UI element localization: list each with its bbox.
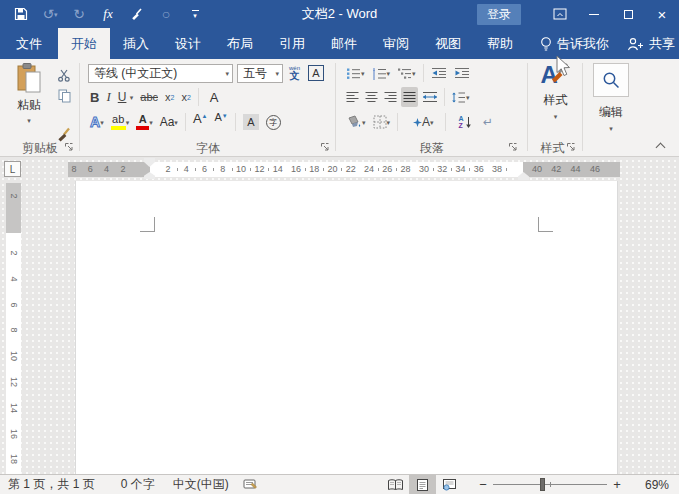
strikethrough-button[interactable]: abc xyxy=(138,87,160,107)
justify-button[interactable] xyxy=(401,87,418,107)
bullets-button[interactable]: ▾ xyxy=(344,63,367,83)
subscript-button[interactable]: x2 xyxy=(163,87,176,107)
dropdown-arrow-icon: ▾ xyxy=(361,70,365,77)
highlight-color-bar xyxy=(111,126,126,130)
tab-design[interactable]: 设计 xyxy=(162,28,214,59)
language-status[interactable]: 中文(中国) xyxy=(173,476,229,493)
zoom-level[interactable]: 69% xyxy=(635,478,669,492)
close-button[interactable]: × xyxy=(645,0,679,28)
ribbon-display-options-icon[interactable] xyxy=(543,0,577,28)
text-effects-button[interactable]: A▾ xyxy=(88,112,106,132)
word-count-status[interactable]: 0 个字 xyxy=(121,476,155,493)
tab-insert[interactable]: 插入 xyxy=(110,28,162,59)
function-icon[interactable]: fx xyxy=(100,0,116,28)
ruler-number: 28 xyxy=(401,164,411,175)
increase-indent-button[interactable] xyxy=(452,63,472,83)
quick-access-toolbar: ↺▾ ↻ fx ○ ▾ xyxy=(0,0,203,28)
ruler-number: 8 xyxy=(220,164,225,175)
zoom-out-button[interactable]: − xyxy=(475,477,491,492)
tab-file[interactable]: 文件 xyxy=(0,28,58,59)
format-painter-icon[interactable] xyxy=(129,0,145,28)
editing-button[interactable]: 编辑 ▾ xyxy=(589,63,633,141)
zoom-slider[interactable] xyxy=(493,478,607,491)
tab-view[interactable]: 视图 xyxy=(422,28,474,59)
undo-icon[interactable]: ↺▾ xyxy=(42,0,58,28)
collapse-ribbon-button[interactable] xyxy=(648,139,672,153)
show-hide-marks-button[interactable]: ↵ xyxy=(481,112,495,132)
align-center-button[interactable] xyxy=(363,87,380,107)
line-spacing-button[interactable]: ▾ xyxy=(449,87,472,107)
web-layout-button[interactable] xyxy=(436,475,463,494)
distribute-text-button[interactable] xyxy=(420,87,440,107)
redo-icon[interactable]: ↻ xyxy=(71,0,87,28)
underline-button[interactable]: U ▾ xyxy=(116,87,136,107)
tab-help[interactable]: 帮助 xyxy=(474,28,526,59)
shading-button[interactable]: ▾ xyxy=(344,112,368,132)
ruler-number: 44 xyxy=(571,164,581,175)
shrink-font-button[interactable]: A▼ xyxy=(213,112,230,132)
styles-dialog-launcher-icon[interactable] xyxy=(566,142,576,152)
align-left-button[interactable] xyxy=(344,87,361,107)
tab-tell-me[interactable]: 告诉我你 xyxy=(526,28,619,59)
font-name-select[interactable]: 等线 (中文正文)▾ xyxy=(88,64,233,83)
tab-layout[interactable]: 布局 xyxy=(214,28,266,59)
styles-button[interactable]: A 样式 ▾ xyxy=(531,61,580,137)
print-layout-button[interactable] xyxy=(409,475,436,494)
align-right-button[interactable] xyxy=(382,87,399,107)
ruler-number: 36 xyxy=(474,164,484,175)
ruler-number: 40 xyxy=(532,164,542,175)
zoom-slider-thumb[interactable] xyxy=(540,478,545,491)
tab-review[interactable]: 审阅 xyxy=(370,28,422,59)
italic-button[interactable]: I xyxy=(104,87,112,107)
superscript-button[interactable]: x2 xyxy=(179,87,192,107)
customize-qat-icon[interactable]: ▾ xyxy=(187,0,203,28)
change-case-button[interactable]: Aa▾ xyxy=(158,112,180,132)
paragraph-dialog-launcher-icon[interactable] xyxy=(508,142,518,152)
minimize-button[interactable] xyxy=(577,0,611,28)
character-border-button[interactable]: A xyxy=(306,63,326,83)
ruler-number: 46 xyxy=(590,164,600,175)
vertical-ruler[interactable]: 224681012141618 xyxy=(6,183,21,474)
asian-layout-button[interactable]: A ▾ xyxy=(411,112,436,132)
clear-formatting-button[interactable]: A xyxy=(208,87,221,107)
save-icon[interactable] xyxy=(13,0,29,28)
maximize-button[interactable] xyxy=(611,0,645,28)
font-dialog-launcher-icon[interactable] xyxy=(320,142,330,152)
phonetic-guide-button[interactable]: wén 文 xyxy=(287,63,302,83)
numbering-button[interactable]: ▾ xyxy=(370,63,393,83)
dropdown-arrow-icon: ▾ xyxy=(27,117,31,124)
read-mode-button[interactable] xyxy=(382,475,409,494)
titlebar-controls: 登录 × xyxy=(477,0,679,28)
borders-button[interactable]: ▾ xyxy=(371,112,393,132)
font-size-select[interactable]: 五号▾ xyxy=(237,64,283,83)
paste-button[interactable]: 粘贴 ▾ xyxy=(7,62,51,134)
dropdown-arrow-icon: ▾ xyxy=(387,70,391,77)
clipboard-dialog-launcher-icon[interactable] xyxy=(64,142,74,152)
zoom-in-button[interactable]: + xyxy=(609,477,625,492)
tell-me-label: 告诉我你 xyxy=(557,35,609,53)
tab-stop-selector[interactable]: L xyxy=(4,161,21,177)
multilevel-list-button[interactable]: ▾ xyxy=(395,63,418,83)
character-shading-button[interactable]: A xyxy=(241,112,261,132)
sign-in-button[interactable]: 登录 xyxy=(477,4,521,25)
margin-corner-mark-left xyxy=(140,217,155,232)
tab-share[interactable]: 共享 xyxy=(619,28,679,59)
document-page[interactable] xyxy=(75,181,618,474)
page-number-status[interactable]: 第 1 页，共 1 页 xyxy=(8,476,95,493)
grow-font-button[interactable]: A▲ xyxy=(191,112,210,132)
tab-home[interactable]: 开始 xyxy=(58,28,110,59)
cut-button[interactable] xyxy=(52,66,76,84)
bold-button[interactable]: B xyxy=(88,87,101,107)
text-highlight-button[interactable]: ab ▾ xyxy=(109,112,132,132)
proofing-status-icon[interactable] xyxy=(243,478,258,491)
tab-mailings[interactable]: 邮件 xyxy=(318,28,370,59)
clipboard-mini-buttons xyxy=(52,66,76,144)
draw-circle-icon[interactable]: ○ xyxy=(158,0,174,28)
enclose-characters-button[interactable]: 字 xyxy=(264,112,283,132)
copy-button[interactable] xyxy=(52,87,76,105)
font-color-button[interactable]: A ▾ xyxy=(134,112,155,132)
decrease-indent-button[interactable] xyxy=(429,63,449,83)
horizontal-ruler[interactable]: 8642246810121416182022242628303234363840… xyxy=(68,162,620,177)
sort-button[interactable]: AZ xyxy=(457,112,474,132)
tab-references[interactable]: 引用 xyxy=(266,28,318,59)
